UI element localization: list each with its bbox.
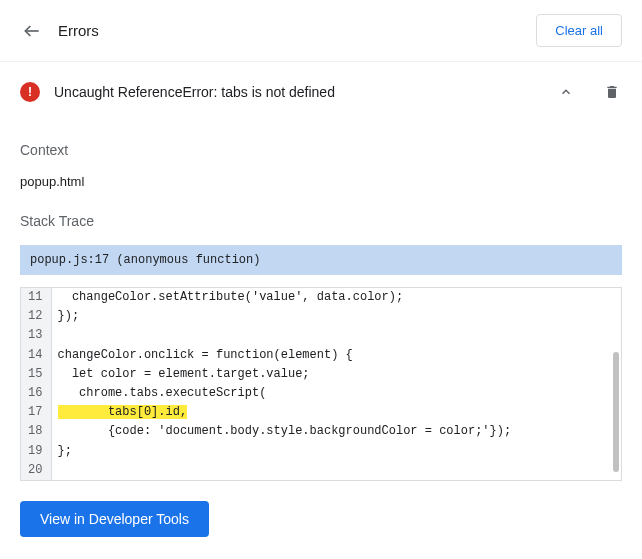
line-number: 17 [21, 403, 51, 422]
line-code: {code: 'document.body.style.backgroundCo… [51, 422, 621, 441]
clear-all-button[interactable]: Clear all [536, 14, 622, 47]
code-line: 12}); [21, 307, 621, 326]
scrollbar[interactable] [613, 352, 619, 472]
line-code [51, 461, 621, 480]
context-value: popup.html [20, 174, 622, 189]
code-line: 16 chrome.tabs.executeScript( [21, 384, 621, 403]
line-number: 20 [21, 461, 51, 480]
line-code [51, 326, 621, 345]
line-code: changeColor.onclick = function(element) … [51, 346, 621, 365]
line-code: let color = element.target.value; [51, 365, 621, 384]
page-title: Errors [58, 22, 536, 39]
code-line: 15 let color = element.target.value; [21, 365, 621, 384]
line-code: changeColor.setAttribute('value', data.c… [51, 288, 621, 307]
page-header: Errors Clear all [0, 0, 642, 62]
content-area: ! Uncaught ReferenceError: tabs is not d… [0, 62, 642, 537]
line-code: chrome.tabs.executeScript( [51, 384, 621, 403]
line-number: 16 [21, 384, 51, 403]
code-line: 18 {code: 'document.body.style.backgroun… [21, 422, 621, 441]
code-line: 20 [21, 461, 621, 480]
code-line: 13 [21, 326, 621, 345]
line-number: 15 [21, 365, 51, 384]
line-number: 12 [21, 307, 51, 326]
line-number: 11 [21, 288, 51, 307]
context-label: Context [20, 142, 622, 158]
error-message: Uncaught ReferenceError: tabs is not def… [54, 84, 554, 100]
error-icon: ! [20, 82, 40, 102]
back-arrow-icon[interactable] [20, 19, 44, 43]
line-number: 14 [21, 346, 51, 365]
highlighted-error-line: tabs[0].id, [58, 405, 188, 419]
error-header-row[interactable]: ! Uncaught ReferenceError: tabs is not d… [20, 62, 622, 118]
code-viewer[interactable]: 11 changeColor.setAttribute('value', dat… [20, 287, 622, 481]
line-number: 13 [21, 326, 51, 345]
trash-icon[interactable] [602, 82, 622, 102]
line-number: 18 [21, 422, 51, 441]
code-line: 14changeColor.onclick = function(element… [21, 346, 621, 365]
line-number: 19 [21, 442, 51, 461]
line-code: tabs[0].id, [51, 403, 621, 422]
code-line: 19}; [21, 442, 621, 461]
line-code: }); [51, 307, 621, 326]
view-developer-tools-button[interactable]: View in Developer Tools [20, 501, 209, 537]
code-line: 11 changeColor.setAttribute('value', dat… [21, 288, 621, 307]
chevron-up-icon[interactable] [554, 80, 578, 104]
stack-trace-location[interactable]: popup.js:17 (anonymous function) [20, 245, 622, 275]
code-line: 17 tabs[0].id, [21, 403, 621, 422]
line-code: }; [51, 442, 621, 461]
stack-trace-label: Stack Trace [20, 213, 622, 229]
